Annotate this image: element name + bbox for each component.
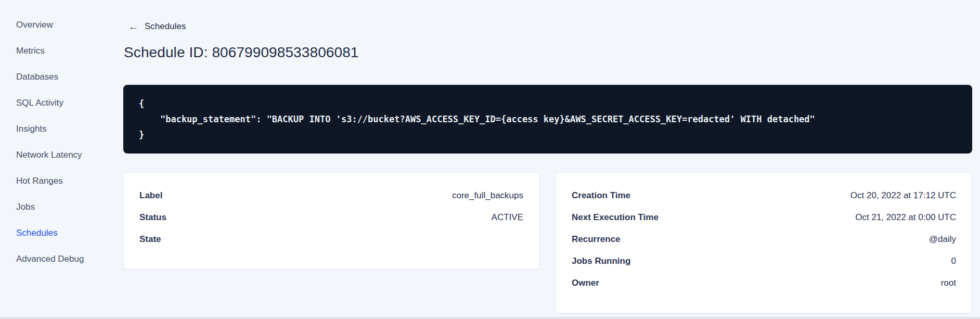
summary-cards: Label core_full_backups Status ACTIVE St… [123,172,972,313]
label-row-label: Label [139,190,162,201]
table-row: Label core_full_backups [139,185,523,207]
table-row: Jobs Running 0 [572,250,956,272]
back-to-schedules-link[interactable]: ← Schedules [128,21,186,32]
sidebar-item-hot-ranges[interactable]: Hot Ranges [0,168,107,194]
table-row: Owner root [572,272,956,294]
owner-row-label: Owner [572,278,599,288]
back-link-label: Schedules [145,21,186,32]
back-arrow-icon: ← [128,22,138,32]
recurrence-row-value: @daily [929,234,956,245]
sidebar-item-overview[interactable]: Overview [0,12,107,38]
sidebar-item-insights[interactable]: Insights [0,116,107,142]
schedule-timing-card: Creation Time Oct 20, 2022 at 17:12 UTC … [556,172,972,313]
sidebar-item-network-latency[interactable]: Network Latency [0,142,107,168]
table-row: Creation Time Oct 20, 2022 at 17:12 UTC [572,185,956,207]
sidebar-item-metrics[interactable]: Metrics [0,38,107,64]
label-row-value: core_full_backups [452,190,523,201]
creation-time-row-label: Creation Time [572,190,630,201]
code-line-close-brace: } [139,130,144,140]
jobs-running-row-value: 0 [951,256,956,266]
table-row: Status ACTIVE [139,207,523,228]
state-row-label: State [139,234,161,245]
sidebar-item-jobs[interactable]: Jobs [0,194,107,220]
recurrence-row-label: Recurrence [572,234,621,245]
status-row-label: Status [139,212,166,223]
jobs-running-row-label: Jobs Running [572,256,630,266]
sidebar-nav: Overview Metrics Databases SQL Activity … [0,0,107,319]
code-line-backup-statement: "backup_statement": "BACKUP INTO 's3://b… [139,114,815,124]
owner-row-value: root [941,278,956,288]
sidebar-item-databases[interactable]: Databases [0,64,107,90]
sidebar-item-schedules[interactable]: Schedules [0,220,107,246]
backup-statement-code-block: { "backup_statement": "BACKUP INTO 's3:/… [123,85,972,154]
table-row: State [139,228,523,250]
page-title: Schedule ID: 806799098533806081 [124,44,359,61]
creation-time-row-value: Oct 20, 2022 at 17:12 UTC [850,190,956,201]
schedule-details-card: Label core_full_backups Status ACTIVE St… [123,172,539,270]
table-row: Recurrence @daily [572,228,956,250]
table-row: Next Execution Time Oct 21, 2022 at 0:00… [572,207,956,228]
code-line-open-brace: { [139,98,144,109]
sidebar-item-advanced-debug[interactable]: Advanced Debug [0,246,107,272]
next-execution-time-row-label: Next Execution Time [572,212,659,223]
status-row-value: ACTIVE [492,212,523,223]
sidebar-item-sql-activity[interactable]: SQL Activity [0,90,107,116]
next-execution-time-row-value: Oct 21, 2022 at 0:00 UTC [855,212,956,223]
page-bottom-edge [0,317,980,319]
schedule-detail-page: ← Schedules Schedule ID: 806799098533806… [123,0,972,319]
